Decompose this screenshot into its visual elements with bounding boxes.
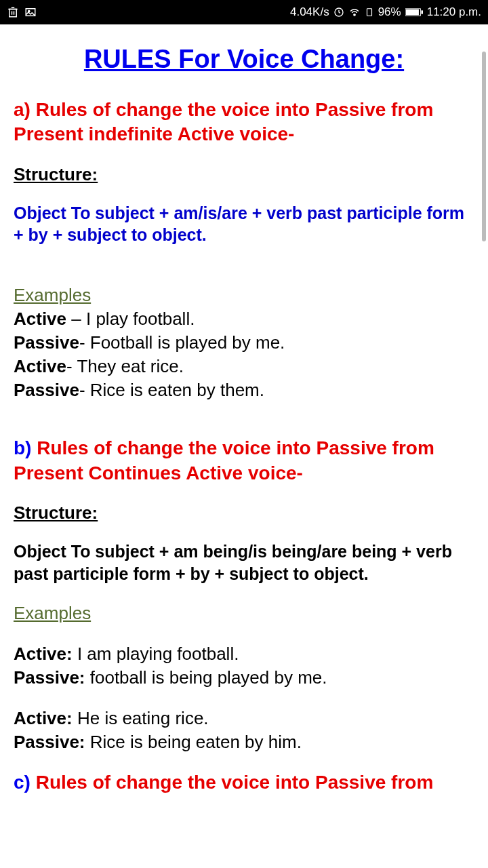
scrollbar[interactable]	[482, 52, 486, 241]
device-icon	[365, 6, 374, 18]
clock-icon	[333, 7, 344, 18]
svg-rect-0	[9, 9, 17, 17]
formula-a: Object To subject + am/is/are + verb pas…	[14, 202, 474, 246]
page-title: RULES For Voice Change:	[14, 45, 474, 74]
trash-icon	[7, 6, 19, 18]
svg-rect-7	[406, 9, 419, 16]
svg-rect-5	[367, 9, 371, 16]
battery-icon	[405, 7, 423, 17]
section-a-heading: a) Rules of change the voice into Passiv…	[14, 98, 474, 147]
document-content[interactable]: RULES For Voice Change: a) Rules of chan…	[0, 24, 488, 868]
battery-percent: 96%	[378, 5, 401, 19]
wifi-icon	[348, 6, 361, 18]
clock-time: 11:20 p.m.	[427, 5, 481, 19]
examples-a: Examples Active – I play football. Passi…	[14, 283, 474, 402]
network-speed: 4.04K/s	[290, 5, 329, 19]
structure-label-a: Structure:	[14, 164, 98, 185]
status-bar: 4.04K/s 96% 11:20 p.m.	[0, 0, 488, 24]
formula-b: Object To subject + am being/is being/ar…	[14, 540, 474, 585]
section-c-partial: c) Rules of change the voice into Passiv…	[14, 772, 474, 793]
section-b-heading: b) Rules of change the voice into Passiv…	[14, 436, 474, 486]
examples-label-b: Examples	[14, 601, 91, 625]
svg-point-4	[354, 14, 355, 16]
examples-b-label: Examples	[14, 601, 474, 625]
example-pair-1: Active: I am playing football. Passive: …	[14, 642, 474, 690]
svg-rect-8	[421, 10, 423, 14]
structure-label-b: Structure:	[14, 502, 98, 524]
examples-label-a: Examples	[14, 283, 91, 307]
image-icon	[24, 6, 37, 18]
example-pair-2: Active: He is eating rice. Passive: Rice…	[14, 707, 474, 754]
